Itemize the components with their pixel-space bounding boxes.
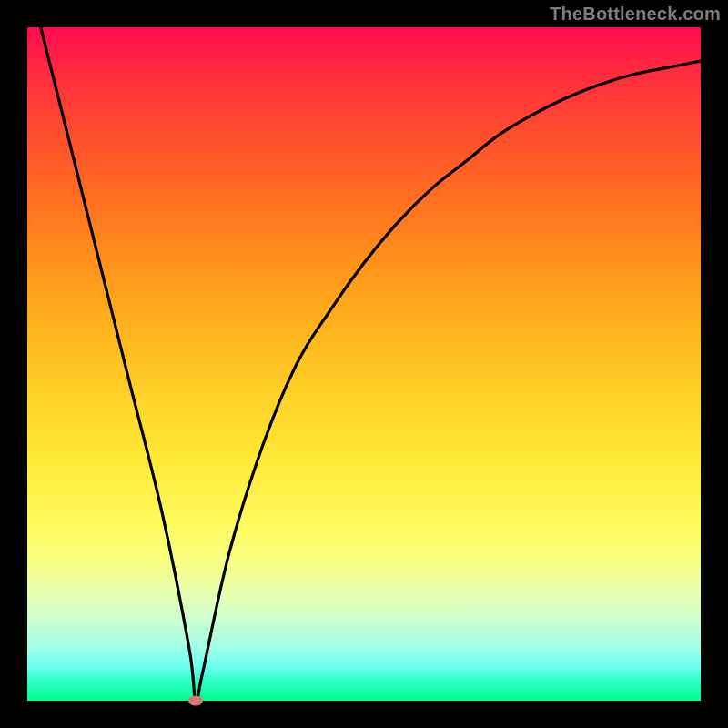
optimum-marker [188, 696, 203, 706]
chart-container: TheBottleneck.com [0, 0, 728, 728]
plot-background [27, 27, 701, 701]
watermark-text: TheBottleneck.com [550, 4, 721, 25]
